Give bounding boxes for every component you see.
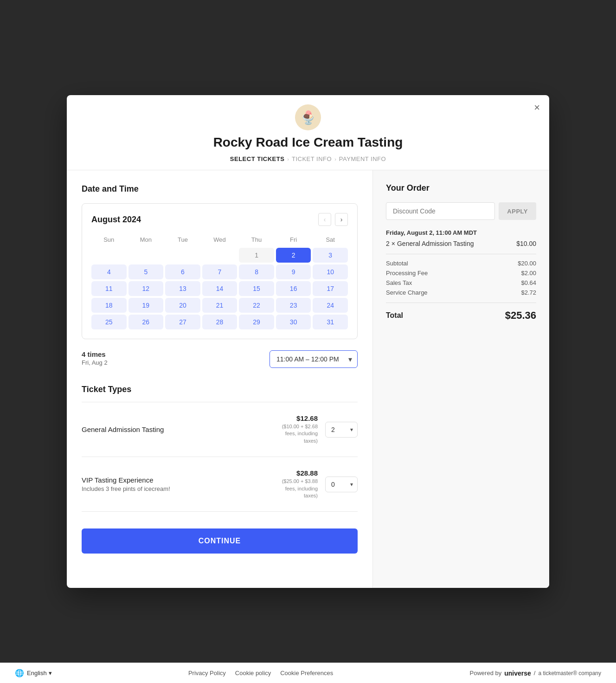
ticket-price-wrap-general: $12.68 ($10.00 + $2.68fees, includingtax… [282, 414, 318, 445]
continue-button[interactable]: CONTINUE [82, 528, 358, 554]
cal-day-17[interactable]: 17 [313, 281, 348, 296]
calendar-grid: Sun Mon Tue Wed Thu Fri Sat 1 [91, 233, 348, 329]
order-item-price: $10.00 [516, 240, 536, 247]
apply-discount-button[interactable]: APPLY [499, 202, 536, 220]
cal-empty-2 [128, 248, 164, 263]
service-charge-value: $2.72 [521, 289, 536, 296]
order-total-label: Total [386, 311, 403, 320]
ticket-qty-wrap-general: 0 1 2 3 4 5 [325, 422, 358, 438]
ticket-types-section: Ticket Types General Admission Tasting $… [82, 385, 358, 512]
cal-day-28[interactable]: 28 [202, 315, 237, 329]
cal-day-10[interactable]: 10 [313, 264, 348, 279]
modal-overlay: 🍨 Rocky Road Ice Cream Tasting SELECT TI… [0, 0, 616, 683]
order-total-row: Total $25.36 [386, 303, 536, 322]
ticket-qty-select-general[interactable]: 0 1 2 3 4 5 [325, 422, 358, 438]
discount-code-input[interactable] [386, 202, 495, 220]
time-select[interactable]: 11:00 AM – 12:00 PM 12:00 PM – 1:00 PM 1… [270, 350, 358, 368]
cal-day-25[interactable]: 25 [91, 315, 127, 329]
cal-day-12[interactable]: 12 [128, 281, 164, 296]
step-select-tickets[interactable]: SELECT TICKETS [230, 155, 285, 162]
subtotal-value: $20.00 [518, 260, 536, 267]
day-label-sat: Sat [313, 233, 348, 246]
cal-day-11[interactable]: 11 [91, 281, 127, 296]
cal-day-23[interactable]: 23 [276, 298, 311, 313]
cal-day-3[interactable]: 3 [313, 248, 348, 263]
step-sep-2: › [334, 156, 336, 162]
cal-day-15[interactable]: 15 [239, 281, 274, 296]
cal-day-18[interactable]: 18 [91, 298, 127, 313]
step-ticket-info[interactable]: TICKET INFO [292, 155, 332, 162]
ticket-price-sub-general: ($10.00 + $2.68fees, includingtaxes) [282, 423, 318, 445]
cal-day-30[interactable]: 30 [276, 315, 311, 329]
calendar-prev-btn[interactable]: ‹ [318, 213, 331, 226]
times-row: 4 times Fri, Aug 2 11:00 AM – 12:00 PM 1… [82, 350, 358, 368]
cookie-policy-link[interactable]: Cookie policy [235, 670, 271, 677]
calendar-header: August 2024 ‹ › [91, 213, 348, 226]
order-subtotal-row: Subtotal $20.00 [386, 260, 536, 267]
ticket-qty-select-vip[interactable]: 0 1 2 3 4 5 [325, 477, 358, 492]
privacy-policy-link[interactable]: Privacy Policy [188, 670, 226, 677]
day-label-tue: Tue [165, 233, 200, 246]
cal-day-24[interactable]: 24 [313, 298, 348, 313]
footer-left: 🌐 English ▾ [15, 669, 52, 677]
ticket-price-wrap-vip: $28.88 ($25.00 + $3.88fees, includingtax… [282, 469, 318, 499]
close-button[interactable]: × [534, 103, 540, 113]
cal-day-6[interactable]: 6 [165, 264, 200, 279]
cal-empty-3 [165, 248, 200, 263]
step-sep-1: › [287, 156, 289, 162]
ticket-row-general: General Admission Tasting $12.68 ($10.00… [82, 408, 358, 451]
cal-day-4[interactable]: 4 [91, 264, 127, 279]
service-charge-label: Service Charge [386, 289, 428, 296]
footer: 🌐 English ▾ Privacy Policy Cookie policy… [0, 663, 616, 683]
cal-day-13[interactable]: 13 [165, 281, 200, 296]
cal-day-2[interactable]: 2 [276, 248, 311, 263]
ticket-name-vip: VIP Tasting Experience [82, 476, 170, 484]
cal-day-21[interactable]: 21 [202, 298, 237, 313]
order-processing-fee-row: Processing Fee $2.00 [386, 270, 536, 277]
modal-header: 🍨 Rocky Road Ice Cream Tasting SELECT TI… [67, 95, 549, 170]
cal-day-8[interactable]: 8 [239, 264, 274, 279]
day-label-mon: Mon [128, 233, 164, 246]
universe-logo: universe [504, 670, 531, 677]
cal-empty-4 [202, 248, 237, 263]
order-item-name: General Admission Tasting [397, 240, 474, 247]
cookie-preferences-link[interactable]: Cookie Preferences [280, 670, 333, 677]
language-label: English [27, 670, 47, 677]
ticket-divider-bot [82, 511, 358, 512]
right-panel: Your Order APPLY Friday, August 2, 11:00… [373, 170, 549, 588]
cal-day-19[interactable]: 19 [128, 298, 164, 313]
cal-day-7[interactable]: 7 [202, 264, 237, 279]
modal-title: Rocky Road Ice Cream Tasting [81, 135, 535, 150]
ticketmaster-text: a ticketmaster® company [538, 670, 601, 677]
cal-day-1[interactable]: 1 [239, 248, 274, 263]
cal-day-29[interactable]: 29 [239, 315, 274, 329]
ticket-name-general: General Admission Tasting [82, 425, 164, 433]
language-selector[interactable]: English ▾ [27, 670, 52, 677]
cal-day-27[interactable]: 27 [165, 315, 200, 329]
modal-body: Date and Time August 2024 ‹ › Sun Mon [67, 170, 549, 588]
footer-separator: / [534, 670, 536, 677]
sales-tax-value: $0.64 [521, 279, 536, 286]
order-sales-tax-row: Sales Tax $0.64 [386, 279, 536, 286]
step-payment-info[interactable]: PAYMENT INFO [339, 155, 386, 162]
footer-center: Privacy Policy Cookie policy Cookie Pref… [188, 670, 333, 677]
cal-day-20[interactable]: 20 [165, 298, 200, 313]
time-select-wrapper: 11:00 AM – 12:00 PM 12:00 PM – 1:00 PM 1… [270, 350, 358, 368]
cal-day-26[interactable]: 26 [128, 315, 164, 329]
day-label-thu: Thu [239, 233, 274, 246]
cal-day-14[interactable]: 14 [202, 281, 237, 296]
steps-nav: SELECT TICKETS › TICKET INFO › PAYMENT I… [81, 155, 535, 162]
cal-day-22[interactable]: 22 [239, 298, 274, 313]
ticket-info-vip: VIP Tasting Experience Includes 3 free p… [82, 476, 170, 492]
calendar-nav: ‹ › [318, 213, 348, 226]
order-title: Your Order [386, 183, 536, 193]
cal-day-16[interactable]: 16 [276, 281, 311, 296]
order-item-sep: × [391, 240, 395, 247]
cal-day-9[interactable]: 9 [276, 264, 311, 279]
cal-day-5[interactable]: 5 [128, 264, 164, 279]
ticket-info-general: General Admission Tasting [82, 425, 164, 433]
day-label-fri: Fri [276, 233, 311, 246]
modal-container: 🍨 Rocky Road Ice Cream Tasting SELECT TI… [67, 95, 549, 588]
cal-day-31[interactable]: 31 [313, 315, 348, 329]
calendar-next-btn[interactable]: › [335, 213, 348, 226]
